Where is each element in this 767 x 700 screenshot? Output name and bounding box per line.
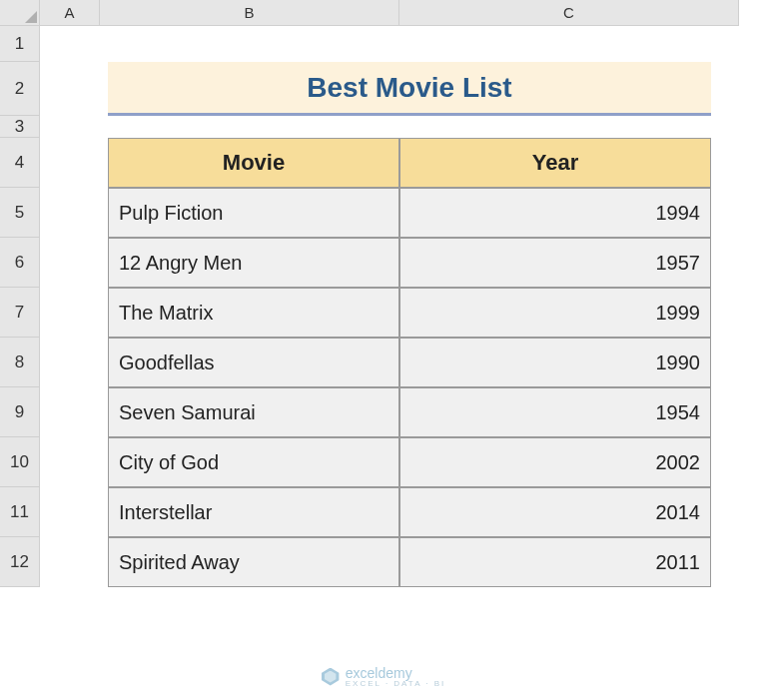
row-header-12[interactable]: 12: [0, 537, 40, 587]
table-header-year[interactable]: Year: [399, 138, 711, 188]
table-row-movie[interactable]: Seven Samurai: [108, 387, 399, 437]
row-header-7[interactable]: 7: [0, 288, 40, 338]
table-row-year[interactable]: 1994: [399, 188, 711, 238]
table-row-year[interactable]: 2011: [399, 537, 711, 587]
table-row-movie[interactable]: Pulp Fiction: [108, 188, 399, 238]
table-row-year[interactable]: 2002: [399, 437, 711, 487]
table-row-year[interactable]: 1990: [399, 338, 711, 387]
table-row-year[interactable]: 1957: [399, 238, 711, 288]
table-row-movie[interactable]: Goodfellas: [108, 338, 399, 387]
cell-a9[interactable]: [40, 387, 100, 437]
brand-hexagon-icon: [322, 668, 340, 686]
page-title: Best Movie List: [307, 72, 511, 104]
cell-a1[interactable]: [40, 26, 100, 62]
table-row-movie[interactable]: Spirited Away: [108, 537, 399, 587]
column-header-b[interactable]: B: [100, 0, 399, 26]
row-header-3[interactable]: 3: [0, 116, 40, 138]
row-header-4[interactable]: 4: [0, 138, 40, 188]
spreadsheet-grid: A B C 1 2 Best Movie List 3 4 Movie Year…: [0, 0, 767, 587]
cell-a11[interactable]: [40, 487, 100, 537]
table-row-movie[interactable]: City of God: [108, 437, 399, 487]
row-header-10[interactable]: 10: [0, 437, 40, 487]
cell-a6[interactable]: [40, 238, 100, 288]
table-row-year[interactable]: 1954: [399, 387, 711, 437]
table-header-movie[interactable]: Movie: [108, 138, 399, 188]
title-cell[interactable]: Best Movie List: [108, 62, 711, 116]
table-row-movie[interactable]: Interstellar: [108, 487, 399, 537]
cell-b3[interactable]: [100, 116, 739, 138]
row-header-5[interactable]: 5: [0, 188, 40, 238]
cell-a3[interactable]: [40, 116, 100, 138]
table-row-movie[interactable]: 12 Angry Men: [108, 238, 399, 288]
column-header-c[interactable]: C: [399, 0, 739, 26]
select-all-corner[interactable]: [0, 0, 40, 26]
svg-marker-0: [25, 11, 37, 23]
cell-b1[interactable]: [100, 26, 399, 62]
row-header-11[interactable]: 11: [0, 487, 40, 537]
cell-a4[interactable]: [40, 138, 100, 188]
table-row-movie[interactable]: The Matrix: [108, 288, 399, 338]
row-header-6[interactable]: 6: [0, 238, 40, 288]
table-row-year[interactable]: 2014: [399, 487, 711, 537]
row-header-1[interactable]: 1: [0, 26, 40, 62]
cell-a12[interactable]: [40, 537, 100, 587]
row-header-8[interactable]: 8: [0, 338, 40, 387]
cell-a10[interactable]: [40, 437, 100, 487]
watermark: exceldemy EXCEL · DATA · BI: [322, 665, 446, 688]
cell-c1[interactable]: [399, 26, 739, 62]
row-header-2[interactable]: 2: [0, 62, 40, 116]
cell-a8[interactable]: [40, 338, 100, 387]
row-header-9[interactable]: 9: [0, 387, 40, 437]
cell-a7[interactable]: [40, 288, 100, 338]
cell-a2[interactable]: [40, 62, 100, 116]
data-table: Movie Year Pulp Fiction 1994 12 Angry Me…: [108, 138, 711, 587]
column-header-a[interactable]: A: [40, 0, 100, 26]
table-row-year[interactable]: 1999: [399, 288, 711, 338]
cell-a5[interactable]: [40, 188, 100, 238]
select-all-triangle-icon: [25, 11, 37, 23]
watermark-subtitle: EXCEL · DATA · BI: [346, 679, 446, 688]
